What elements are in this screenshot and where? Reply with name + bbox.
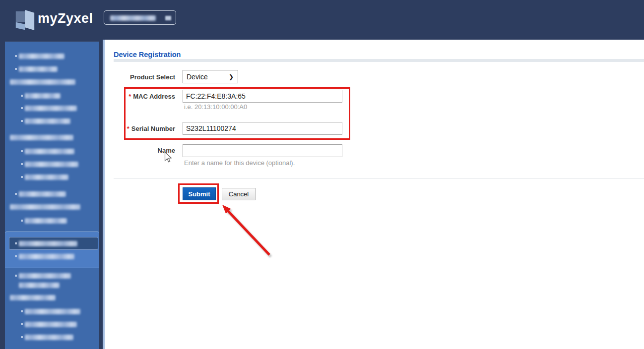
sidebar-items: [0, 0, 105, 349]
bullet-icon: [21, 323, 23, 325]
sidebar-item-redacted[interactable]: [25, 93, 61, 99]
sidebar-item-redacted[interactable]: [19, 254, 74, 259]
chevron-down-icon: ❯: [229, 73, 234, 80]
sidebar-section-header-redacted[interactable]: [10, 79, 75, 85]
bullet-icon: [15, 68, 17, 70]
sidebar-item-redacted[interactable]: [25, 106, 77, 111]
submit-button[interactable]: Submit: [183, 187, 216, 200]
product-select-dropdown[interactable]: Device ❯: [183, 70, 238, 83]
sidebar-item-redacted[interactable]: [25, 149, 74, 154]
sidebar-item-redacted[interactable]: [25, 322, 77, 327]
sidebar-section-header-redacted[interactable]: [10, 204, 80, 210]
mac-address-label: *MAC Address: [114, 93, 175, 100]
bullet-icon: [21, 150, 23, 152]
bullet-icon: [15, 55, 17, 57]
myzyxel-portal: myZyxel Device Registration Product Sele…: [0, 0, 644, 349]
bullet-icon: [15, 242, 17, 244]
name-label: Name: [114, 147, 175, 154]
chevron-down-icon: [165, 16, 171, 20]
name-input[interactable]: [183, 144, 342, 157]
sidebar-item-redacted[interactable]: [19, 191, 66, 197]
name-hint: Enter a name for this device (optional).: [184, 159, 295, 167]
sidebar-item-redacted[interactable]: [25, 218, 67, 224]
sidebar-item-redacted[interactable]: [25, 162, 78, 167]
serial-number-label: *Serial Number: [114, 125, 175, 132]
serial-number-input[interactable]: [183, 122, 342, 135]
bullet-icon: [21, 107, 23, 109]
sidebar-item-redacted[interactable]: [19, 54, 64, 59]
sidebar-section-header-redacted[interactable]: [10, 135, 73, 140]
product-select-value: Device: [187, 73, 229, 81]
sidebar-item-redacted[interactable]: [25, 335, 73, 340]
cancel-button[interactable]: Cancel: [222, 188, 256, 200]
product-select-label: Product Select: [114, 73, 175, 81]
bullet-icon: [21, 95, 23, 97]
bullet-icon: [21, 336, 23, 338]
bullet-icon: [21, 120, 23, 122]
bullet-icon: [21, 310, 23, 312]
sidebar-section-header-redacted[interactable]: [10, 295, 56, 300]
required-asterisk: *: [127, 125, 129, 132]
sidebar-item-redacted[interactable]: [19, 241, 77, 246]
sidebar-item-redacted[interactable]: [25, 174, 68, 180]
sidebar-item-redacted[interactable]: [19, 66, 58, 72]
mac-address-hint: i.e. 20:13:10:00:00:A0: [184, 103, 247, 111]
sidebar-item-redacted-line2[interactable]: [19, 283, 60, 288]
bullet-icon: [21, 163, 23, 165]
title-divider: [114, 59, 644, 62]
mac-address-input[interactable]: [183, 90, 342, 103]
sidebar-item-redacted[interactable]: [25, 309, 80, 314]
page-title: Device Registration: [114, 51, 181, 58]
required-asterisk: *: [129, 93, 131, 100]
bullet-icon: [15, 255, 17, 257]
bullet-icon: [21, 220, 23, 222]
sidebar-item-redacted[interactable]: [19, 273, 71, 279]
bullet-icon: [15, 275, 17, 277]
bullet-icon: [15, 193, 17, 195]
bullet-icon: [21, 176, 23, 178]
sidebar-item-redacted[interactable]: [25, 118, 70, 124]
redacted-organization-name: [110, 15, 156, 21]
organization-dropdown[interactable]: [104, 10, 176, 25]
form-divider: [114, 178, 644, 178]
